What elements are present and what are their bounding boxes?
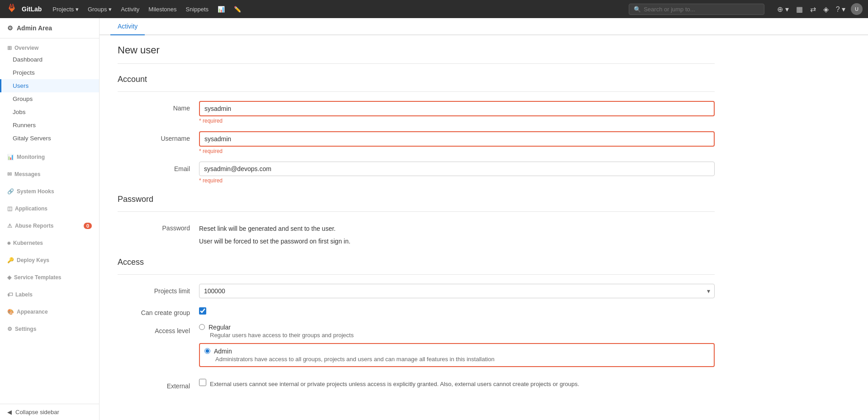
nav-pencil-icon[interactable]: ✏️ [230,4,245,14]
nav-chart-icon[interactable]: 📊 [214,4,228,14]
admin-radio-label[interactable]: Admin [204,348,709,355]
sidebar-section-overview: ⊞ Overview Dashboard Projects Users Grou… [0,38,99,148]
name-row: Name * required [118,101,715,124]
grid-icon: ⊞ [7,45,12,51]
kubernetes-icon: ⎈ [7,240,10,246]
sidebar-section-settings: ⚙ Settings [0,320,99,337]
plus-icon[interactable]: ⊕ ▾ [775,3,790,15]
projects-limit-row: Projects limit 100000 [118,284,715,298]
sidebar-appearance-header[interactable]: 🎨 Appearance [0,305,99,317]
sidebar-item-users[interactable]: Users [0,79,99,92]
can-create-group-label: Can create group [118,305,199,316]
email-input[interactable] [199,162,715,176]
regular-label-text: Regular [209,324,231,331]
search-box[interactable]: 🔍 [629,4,764,15]
settings-icon: ⚙ [7,326,12,332]
sidebar-item-jobs[interactable]: Jobs [0,105,99,119]
sidebar-section-labels: 🏷 Labels [0,285,99,302]
sidebar-applications-header[interactable]: ◫ Applications [0,202,99,214]
can-create-group-checkbox-row [199,305,715,315]
page-title: New user [118,44,715,56]
runners-label: Runners [13,122,36,129]
admin-radio[interactable] [204,348,210,354]
regular-radio[interactable] [199,324,205,330]
appearance-icon: 🎨 [7,309,14,315]
nav-activity[interactable]: Activity [117,4,143,14]
top-navigation: GitLab Projects ▾ Groups ▾ Activity Mile… [0,0,868,18]
projects-limit-wrapper: 100000 [199,284,715,298]
hooks-label: System Hooks [17,188,54,195]
projects-limit-select[interactable]: 100000 [199,284,715,298]
message-icon: ✉ [7,171,12,177]
can-create-group-checkbox[interactable] [199,307,206,315]
monitoring-label: Monitoring [17,154,45,160]
abuse-label: Abuse Reports [15,223,53,229]
can-create-group-row: Can create group [118,305,715,316]
sidebar-section-messages: ✉ Messages [0,165,99,182]
issues-icon[interactable]: ◈ [821,3,830,15]
admin-label-text: Admin [214,348,232,355]
password-info-line2: User will be forced to set the password … [199,234,715,246]
regular-radio-label[interactable]: Regular [199,324,715,331]
jobs-label: Jobs [13,109,26,115]
nav-snippets[interactable]: Snippets [182,4,212,14]
sidebar-messages-header[interactable]: ✉ Messages [0,167,99,179]
tabs-bar: Activity [100,18,868,35]
sidebar-item-gitaly[interactable]: Gitaly Servers [0,132,99,145]
external-field: External users cannot see internal or pr… [199,379,715,389]
access-level-row: Access level Regular Regular users have … [118,324,715,372]
password-row: Password Reset link will be generated an… [118,221,715,247]
sidebar-kubernetes-header[interactable]: ⎈ Kubernetes [0,236,99,248]
sidebar-item-runners[interactable]: Runners [0,119,99,132]
name-input[interactable] [199,101,715,116]
sidebar-item-groups[interactable]: Groups [0,92,99,105]
search-input[interactable] [644,6,759,13]
sidebar-item-dashboard[interactable]: Dashboard [0,53,99,66]
sidebar-abuse-header[interactable]: ⚠ Abuse Reports 0 [0,219,99,231]
users-label: Users [13,82,28,89]
user-avatar[interactable]: U [851,3,863,15]
appearance-label: Appearance [17,309,48,315]
external-checkbox[interactable] [199,379,206,386]
help-icon[interactable]: ? ▾ [834,3,847,15]
nav-projects[interactable]: Projects ▾ [49,4,82,14]
nav-groups[interactable]: Groups ▾ [84,4,115,14]
sidebar-item-projects[interactable]: Projects [0,66,99,79]
regular-option: Regular Regular users have access to the… [199,324,715,339]
projects-label: Projects [13,69,35,76]
nav-milestones[interactable]: Milestones [145,4,180,14]
main-content: Activity New user Account Name * require… [100,18,868,420]
nav-icons: ⊕ ▾ ▦ ⇄ ◈ ? ▾ U [775,3,863,15]
dashboard-label: Dashboard [13,56,43,63]
monitor-icon: 📊 [7,154,14,160]
sidebar-settings-header[interactable]: ⚙ Settings [0,322,99,334]
projects-limit-label: Projects limit [118,284,199,295]
collapse-sidebar-button[interactable]: ◀ Collapse sidebar [0,404,99,420]
sidebar-service-header[interactable]: ◈ Service Templates [0,271,99,282]
projects-limit-field: 100000 [199,284,715,298]
sidebar-deploykeys-header[interactable]: 🔑 Deploy Keys [0,253,99,265]
username-row: Username * required [118,131,715,154]
sidebar-labels-header[interactable]: 🏷 Labels [0,288,99,300]
label-icon: 🏷 [7,291,13,298]
can-create-group-field [199,305,715,315]
admin-option: Admin Administrators have access to all … [199,343,715,367]
access-section-title: Access [118,258,715,267]
external-description: External users cannot see internal or pr… [210,380,579,389]
merge-request-icon[interactable]: ⇄ [808,3,818,15]
username-input[interactable] [199,131,715,147]
sidebar-hooks-header[interactable]: 🔗 System Hooks [0,185,99,196]
sidebar-section-appearance: 🎨 Appearance [0,302,99,320]
applications-label: Applications [15,205,47,212]
sidebar-monitoring-header[interactable]: 📊 Monitoring [0,150,99,162]
tab-activity[interactable]: Activity [110,18,145,35]
page-divider [118,63,715,64]
sidebar-title: Admin Area [17,24,52,32]
layout-icon[interactable]: ▦ [794,3,805,15]
access-level-label: Access level [118,324,199,334]
email-row: Email * required [118,162,715,184]
app-icon: ◫ [7,205,12,212]
sidebar-section-overview-header[interactable]: ⊞ Overview [0,41,99,53]
gitlab-logo[interactable]: GitLab [5,3,42,15]
sidebar-section-applications: ◫ Applications [0,199,99,216]
